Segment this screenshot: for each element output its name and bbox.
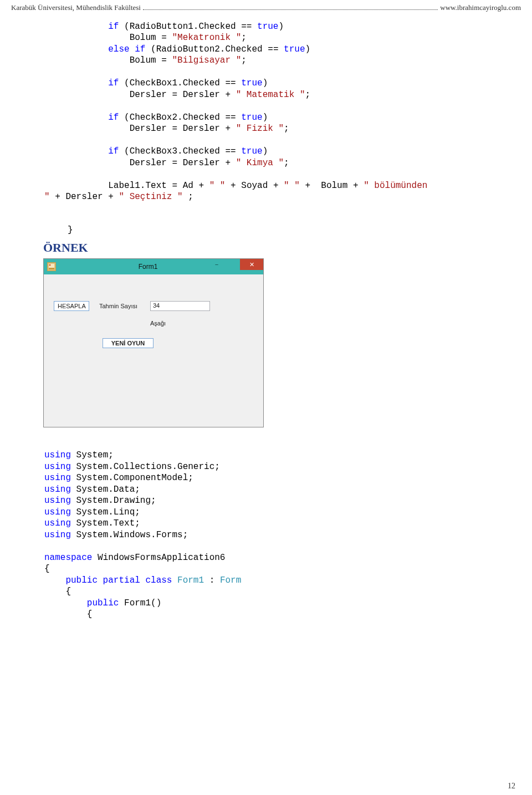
minimize-icon[interactable]: −: [209, 259, 224, 270]
header-left: Karabük Üniversitesi, Mühendislik Fakült…: [11, 3, 141, 12]
form-body: HESAPLA Tahmin Sayısı 34 Aşağı YENİ OYUN: [44, 274, 263, 427]
hesapla-button[interactable]: HESAPLA: [54, 301, 89, 311]
page-header: Karabük Üniversitesi, Mühendislik Fakült…: [0, 0, 532, 13]
header-right: www.ibrahimcayiroglu.com: [440, 3, 521, 12]
page-number: 12: [508, 782, 515, 791]
header-dots: [143, 6, 438, 10]
form-titlebar: Form1 − ✕: [44, 259, 263, 274]
close-icon[interactable]: ✕: [240, 259, 263, 270]
window-buttons: − ✕: [209, 259, 263, 270]
form-icon: [47, 262, 56, 271]
form-screenshot: Form1 − ✕ HESAPLA Tahmin Sayısı 34 Aşağı…: [43, 258, 264, 427]
yeni-oyun-button[interactable]: YENİ OYUN: [103, 338, 154, 348]
svg-rect-2: [49, 268, 54, 269]
maximize-icon[interactable]: [224, 259, 240, 270]
tahmin-sayisi-label: Tahmin Sayısı: [99, 303, 137, 309]
code-block-2: using System; using System.Collections.G…: [0, 427, 532, 620]
code-block-1: if (RadioButton1.Checked == true) Bolum …: [0, 13, 532, 225]
asagi-label: Aşağı: [150, 320, 166, 327]
closing-brace: }: [0, 225, 532, 235]
ornek-heading: ÖRNEK: [0, 235, 532, 258]
tahmin-sayisi-value[interactable]: 34: [150, 301, 210, 311]
svg-point-1: [49, 264, 51, 266]
